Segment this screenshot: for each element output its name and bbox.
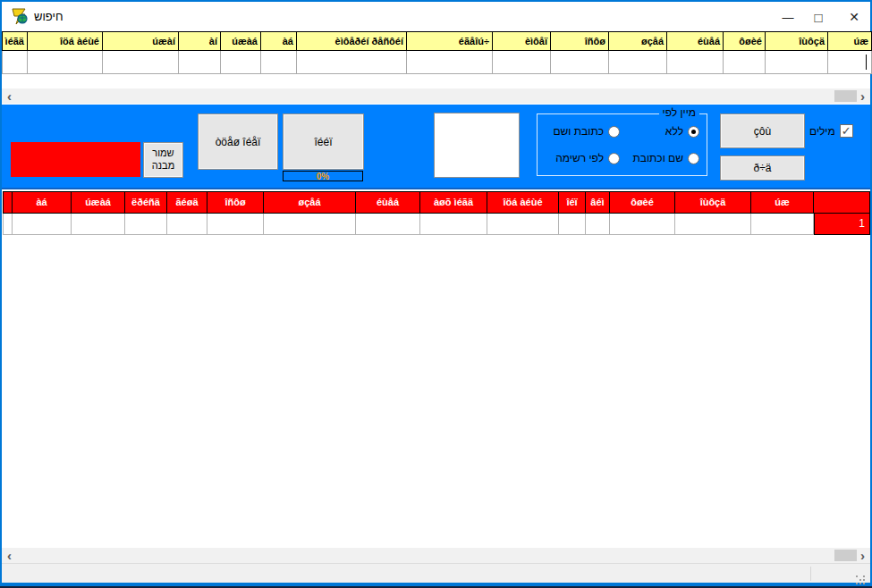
result-header-rowmarker[interactable] (3, 191, 13, 214)
result-cell[interactable] (487, 214, 559, 235)
column-header-street[interactable]: øçåá (609, 31, 667, 51)
search-cell[interactable] (261, 51, 297, 74)
search-cell[interactable] (609, 51, 667, 74)
result-cell[interactable] (751, 214, 814, 235)
radio-option-by-list[interactable]: לפי רשימה (555, 152, 620, 164)
search-cell[interactable] (766, 51, 828, 74)
result-header-number[interactable]: îñôø (207, 191, 264, 214)
radio-label: כתובת ושם (553, 125, 604, 138)
words-checkbox-label: מילים (809, 125, 835, 138)
save-structure-button[interactable]: שמור מבנה (143, 142, 183, 178)
bottom-scrollbar-thumb[interactable] (834, 550, 857, 561)
result-cell[interactable] (207, 214, 264, 235)
result-header-lastname[interactable]: îùôçä (675, 191, 751, 214)
column-header-father[interactable]: àá (261, 31, 297, 51)
radio-icon[interactable] (688, 153, 699, 164)
radio-icon[interactable] (688, 126, 699, 138)
column-header-mother[interactable]: àí (179, 31, 221, 51)
search-cell[interactable] (667, 51, 724, 74)
column-header-lastname[interactable]: îùôçä (766, 31, 828, 51)
top-scrollbar-thumb[interactable] (834, 90, 857, 102)
column-header-city[interactable]: éùåá (667, 31, 724, 51)
close-icon[interactable]: ✕ (839, 6, 869, 28)
resize-grip[interactable] (856, 575, 858, 577)
result-cell[interactable] (559, 214, 586, 235)
radio-option-none[interactable]: ללא (665, 125, 699, 138)
search-cell[interactable] (179, 51, 221, 74)
result-cell[interactable] (675, 214, 751, 235)
result-cell[interactable] (420, 214, 487, 235)
top-scrollbar[interactable]: ‹ › (2, 88, 870, 104)
sort-by-groupbox: מיין לפי ללא כתובת ושם שם וכתובת לפי רשי… (537, 113, 707, 176)
column-header-marital[interactable]: îöá àéùé (28, 31, 103, 51)
sort-progress-bar: 0% (283, 171, 363, 181)
radio-label: לפי רשימה (555, 152, 604, 164)
result-cell[interactable] (13, 214, 72, 235)
result-cell[interactable] (3, 214, 13, 235)
result-cell[interactable] (72, 214, 125, 235)
search-cell[interactable] (103, 51, 179, 74)
result-header-father[interactable]: àá (13, 191, 72, 214)
search-cell-active[interactable] (828, 51, 872, 74)
search-cell[interactable] (221, 51, 261, 74)
status-bar-divider (810, 567, 811, 581)
words-checkbox-field[interactable]: מילים ✓ (809, 124, 853, 138)
result-header-id[interactable]: úæ (751, 191, 814, 214)
scroll-left-icon[interactable]: ‹ (2, 88, 17, 104)
results-grid-header-row: àá úæàá ëðéñä ãéøä îñôø øçåá éùåá àøõ ìé… (3, 191, 870, 214)
result-cell[interactable] (167, 214, 207, 235)
radio-icon[interactable] (608, 126, 620, 138)
maximize-icon[interactable]: □ (803, 6, 834, 28)
search-cell[interactable] (2, 51, 28, 74)
result-header-street[interactable]: øçåá (264, 191, 356, 214)
column-header-father-id[interactable]: úæàá (221, 31, 261, 51)
result-cell[interactable] (125, 214, 167, 235)
status-indicator-box (11, 142, 140, 177)
result-header-firstname[interactable]: ôøèé (610, 191, 675, 214)
clear-button[interactable]: ð÷ä (720, 155, 805, 181)
search-cell[interactable] (297, 51, 407, 74)
scroll-right-icon[interactable]: › (855, 88, 870, 104)
column-header-phone[interactable]: èìôåï (493, 31, 551, 51)
search-cell[interactable] (493, 51, 551, 74)
radio-label: ללא (665, 125, 683, 138)
search-cell[interactable] (551, 51, 609, 74)
search-cell[interactable] (724, 51, 766, 74)
checkbox-icon[interactable]: ✓ (840, 124, 853, 138)
bottom-scrollbar[interactable]: ‹ › (2, 548, 870, 563)
column-header-mother-id[interactable]: úæàí (103, 31, 179, 51)
result-cell[interactable] (264, 214, 356, 235)
result-cell[interactable] (586, 214, 610, 235)
result-header-gender[interactable]: îéï (559, 191, 586, 214)
result-header-entrance[interactable]: ëðéñä (125, 191, 167, 214)
result-header-age[interactable]: âéì (586, 191, 610, 214)
result-header-count[interactable] (814, 191, 870, 214)
window-border-bottom (0, 583, 872, 588)
result-cell[interactable] (610, 214, 675, 235)
column-header-id[interactable]: úæ (828, 31, 872, 51)
text-cursor (866, 55, 867, 70)
column-header-birth[interactable]: ìéãä (2, 31, 28, 51)
radio-option-name-address[interactable]: שם וכתובת (632, 152, 699, 164)
stop-sort-button[interactable]: òöåø îéåï (198, 113, 278, 170)
column-header-extra-phones[interactable]: èìôåðéí ðåñôéí (297, 31, 407, 51)
scroll-left-icon[interactable]: ‹ (2, 548, 17, 563)
sort-button[interactable]: îééï (283, 113, 364, 170)
search-cell[interactable] (28, 51, 103, 74)
search-button[interactable]: çôù (720, 113, 805, 148)
result-header-birth-country[interactable]: àøõ ìéãä (420, 191, 487, 214)
radio-icon[interactable] (608, 153, 620, 164)
radio-option-address-name[interactable]: כתובת ושם (553, 125, 620, 138)
result-header-apartment[interactable]: ãéøä (167, 191, 207, 214)
column-header-number[interactable]: îñôø (551, 31, 609, 51)
column-header-firstname[interactable]: ôøèé (724, 31, 766, 51)
result-cell[interactable] (356, 214, 420, 235)
scroll-right-icon[interactable]: › (855, 548, 870, 563)
result-header-city[interactable]: éùåá (356, 191, 420, 214)
column-header-prefix[interactable]: éãåîú÷ (407, 31, 493, 51)
app-icon (11, 7, 29, 25)
result-header-marital[interactable]: îöá àéùé (487, 191, 559, 214)
result-header-father-id[interactable]: úæàá (72, 191, 125, 214)
search-cell[interactable] (407, 51, 493, 74)
minimize-icon[interactable]: — (773, 6, 803, 28)
